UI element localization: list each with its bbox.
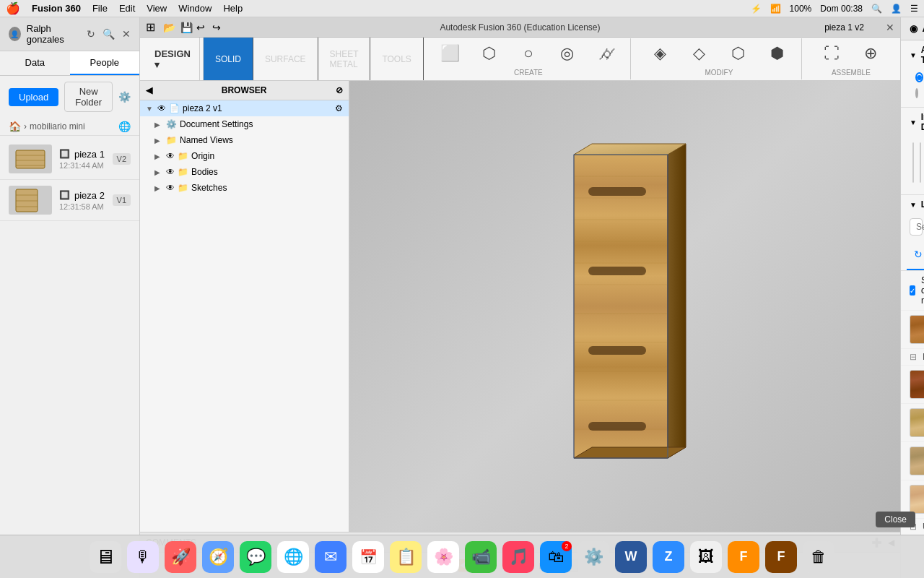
settings-icon[interactable]: ⚙️ [118,91,131,103]
modify-btn2[interactable]: ◇ [681,41,718,67]
expand-icon[interactable]: ▶ [154,184,163,192]
modify-btn4[interactable]: ⬢ [759,41,796,67]
dock-finder[interactable]: 🖥 [90,541,121,573]
swatch-wood[interactable] [920,142,921,183]
breadcrumb-path[interactable]: mobiliario mini [30,121,85,131]
home-icon[interactable]: 🏠 [9,121,21,132]
globe-icon[interactable]: 🌐 [118,121,131,132]
grid-icon[interactable]: ⊞ [146,20,155,34]
eye-icon[interactable]: 👁 [166,167,175,177]
material-item-oak-semi[interactable]: Oak – Semigloss [901,442,924,480]
design-dropdown[interactable]: DESIGN ▾ [146,38,200,80]
dock-music[interactable]: 🎵 [502,541,534,573]
dock-facetime[interactable]: 📹 [465,541,497,573]
expand-icon[interactable]: ▶ [154,152,163,160]
dock-sysprefs[interactable]: ⚙️ [578,541,609,573]
material-item-cherry[interactable]: Cherry [901,311,924,349]
file-item[interactable]: 🔲 pieza 2 12:31:58 AM V1 [0,180,139,221]
dock-chrome[interactable]: 🌐 [277,541,309,573]
dock-siri[interactable]: 🎙 [127,541,159,573]
browser-item-doc-settings[interactable]: ▶ ⚙️ Document Settings [140,116,349,132]
downloadable-checkbox[interactable]: ✓ [910,285,915,296]
browser-item-bodies[interactable]: ▶ 👁 📁 Bodies [140,164,349,180]
search-sidebar-icon[interactable]: 🔍 [103,28,115,40]
material-item-oak[interactable]: Oak [901,404,924,442]
browser-item-origin[interactable]: ▶ 👁 📁 Origin [140,148,349,164]
create-box-btn[interactable]: ⬜ [432,41,468,67]
search-icon[interactable]: 🔍 [871,4,882,14]
browser-options-icon[interactable]: ⊘ [336,85,343,95]
swatch-metal[interactable] [912,142,914,183]
dock-launchpad[interactable]: 🚀 [165,541,196,573]
settings-item-icon[interactable]: ⚙ [335,103,343,113]
upload-button[interactable]: Upload [9,88,58,106]
refresh-icon[interactable]: ↻ [87,28,95,40]
bodies-radio-row[interactable]: Bodies/Components [901,69,924,85]
menu-edit[interactable]: Edit [119,3,135,14]
create-cylinder-btn[interactable]: ⬡ [471,41,507,67]
menu-view[interactable]: View [147,3,167,14]
eye-icon[interactable]: 👁 [166,151,175,161]
dock-photos[interactable]: 🌸 [427,541,459,573]
dock-preview[interactable]: 🖼 [690,541,722,573]
material-item-mahogany[interactable]: Mahogany [901,366,924,404]
fusion360-tab[interactable]: ↻ Fusion 360 Appearances [907,240,924,270]
browser-item-sketches[interactable]: ▶ 👁 📁 Sketches [140,180,349,196]
viewport[interactable] [349,81,900,532]
menu-file[interactable]: File [92,3,108,14]
file-open-icon[interactable]: 📂 [163,22,175,33]
menu-icon[interactable]: ☰ [910,4,918,14]
dock-safari[interactable]: 🧭 [202,541,234,573]
modify-btn3[interactable]: ⬡ [720,41,757,67]
browser-item-root[interactable]: ▼ 👁 📄 pieza 2 v1 ⚙ [140,100,349,116]
tab-people[interactable]: People [70,51,140,75]
modify-btn1[interactable]: ◈ [642,41,679,67]
dock-mail[interactable]: ✉ [315,541,346,573]
undo-icon[interactable]: ↩ [196,22,205,33]
dock-notes[interactable]: 📋 [390,541,422,573]
faces-radio[interactable] [915,88,918,98]
user-icon[interactable]: 👤 [891,4,902,14]
dock-zoom[interactable]: Z [653,541,684,573]
tab-solid[interactable]: SOLID [204,38,253,80]
in-design-header[interactable]: ▼ In This Design [901,108,924,137]
apple-menu[interactable]: 🍎 [6,1,20,15]
apply-to-header[interactable]: ▼ Apply To: [901,40,924,69]
faces-radio-row[interactable]: Faces [901,85,924,101]
browser-item-named-views[interactable]: ▶ 📁 Named Views [140,132,349,148]
app-name[interactable]: Fusion 360 [32,3,81,14]
dock-trash[interactable]: 🗑 [803,541,834,573]
eye-icon[interactable]: 👁 [166,183,175,193]
assemble-btn2[interactable]: ⊕ [853,41,889,67]
dock-fusion1[interactable]: F [728,541,759,573]
material-folder-finished[interactable]: ⊟ Finished [901,349,924,366]
expand-icon[interactable]: ▼ [146,105,154,113]
expand-icon[interactable]: ▶ [154,168,163,176]
dock-whatsapp[interactable]: 💬 [240,541,271,573]
create-torus-btn[interactable]: ◎ [549,41,585,67]
search-input[interactable] [916,222,924,232]
save-icon[interactable]: 💾 [180,22,193,33]
tab-surface[interactable]: SURFACE [253,38,318,80]
bodies-radio[interactable] [915,72,923,82]
close-sidebar-icon[interactable]: ✕ [122,28,131,40]
dock-appstore[interactable]: 🛍 2 [540,541,572,573]
collapse-browser-icon[interactable]: ◀ [146,85,152,95]
new-folder-button[interactable]: New Folder [64,82,113,112]
close-tab-icon[interactable]: ✕ [886,22,894,33]
create-sphere-btn[interactable]: ○ [510,41,546,67]
tab-sheet-metal[interactable]: SHEET METAL [318,38,371,80]
dock-calendar[interactable]: 📅 [352,541,384,573]
file-item[interactable]: 🔲 pieza 1 12:31:44 AM V2 [0,139,139,180]
redo-icon[interactable]: ↪ [212,22,221,33]
create-pipe-btn[interactable]: ⌭ [588,41,624,67]
expand-icon[interactable]: ▶ [154,121,163,129]
dock-fusion2[interactable]: F [765,541,797,573]
tab-tools[interactable]: TOOLS [370,38,423,80]
library-header[interactable]: ▼ Library [901,195,924,214]
menu-help[interactable]: Help [223,3,243,14]
dock-word[interactable]: W [615,541,647,573]
expand-icon[interactable]: ▶ [154,137,163,144]
menu-window[interactable]: Window [178,3,212,14]
assemble-btn1[interactable]: ⛶ [814,41,850,67]
